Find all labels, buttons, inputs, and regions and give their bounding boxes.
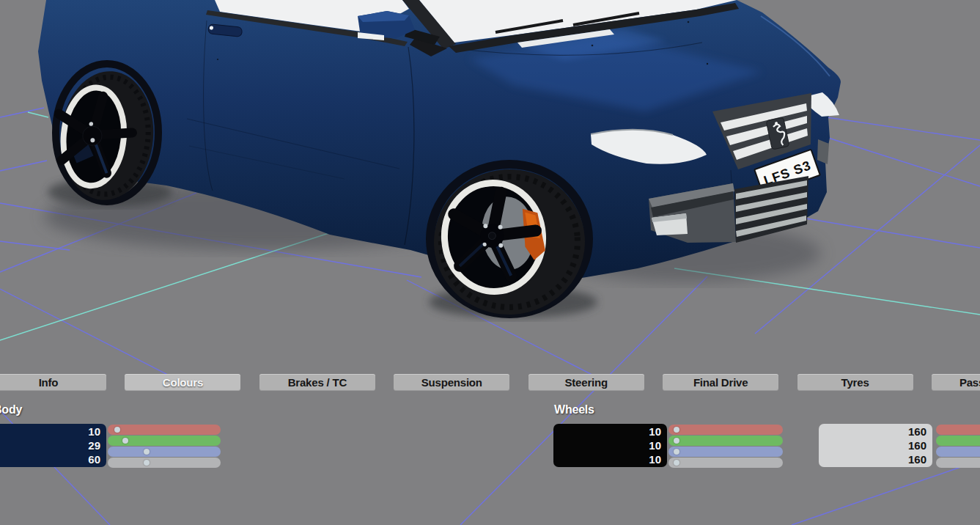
- red-slider[interactable]: [108, 425, 221, 435]
- green-slider[interactable]: [936, 436, 980, 446]
- tab-info[interactable]: Info: [0, 374, 106, 391]
- tab-steering[interactable]: Steering: [528, 374, 644, 391]
- green-slider[interactable]: [668, 436, 783, 446]
- swatch-value: 10: [649, 438, 661, 452]
- section-label-body: Body: [0, 403, 22, 416]
- brightness-slider-handle[interactable]: [674, 460, 679, 466]
- blue-slider[interactable]: [668, 447, 783, 457]
- tab-suspension[interactable]: Suspension: [394, 374, 509, 391]
- brightness-slider[interactable]: [668, 458, 783, 468]
- red-slider-handle[interactable]: [674, 427, 679, 433]
- green-slider[interactable]: [108, 436, 221, 446]
- brightness-slider[interactable]: [936, 458, 980, 468]
- blue-slider-handle[interactable]: [674, 449, 679, 455]
- colour-swatch-body[interactable]: 102960: [0, 424, 106, 467]
- rgb-sliders-wheels: [668, 425, 783, 469]
- colour-swatch-wheels[interactable]: 101010: [553, 424, 667, 467]
- red-slider[interactable]: [668, 425, 783, 435]
- tab-colours[interactable]: Colours: [125, 374, 240, 391]
- brightness-slider-handle[interactable]: [144, 460, 150, 466]
- tab-brakes-tc[interactable]: Brakes / TC: [259, 374, 375, 391]
- swatch-value: 29: [88, 438, 100, 452]
- swatch-value: 10: [88, 425, 100, 438]
- green-slider-handle[interactable]: [122, 438, 128, 444]
- blue-slider-handle[interactable]: [144, 449, 150, 455]
- red-slider[interactable]: [936, 425, 980, 435]
- swatch-value: 160: [908, 452, 926, 466]
- tab-tyres[interactable]: Tyres: [797, 374, 913, 391]
- swatch-value: 10: [649, 452, 661, 466]
- colour-swatch-extra[interactable]: 160160160: [819, 424, 932, 467]
- rgb-sliders-body: [108, 425, 221, 469]
- swatch-value: 160: [908, 438, 926, 452]
- garage-screen: LFS S3: [0, 0, 980, 525]
- swatch-values: 102960: [88, 425, 100, 466]
- green-slider-handle[interactable]: [674, 438, 679, 444]
- blue-slider[interactable]: [936, 447, 980, 457]
- swatch-values: 101010: [649, 425, 661, 466]
- tab-final-drive[interactable]: Final Drive: [663, 374, 778, 391]
- red-slider-handle[interactable]: [114, 427, 120, 433]
- swatch-value: 60: [88, 452, 100, 466]
- tab-passengers[interactable]: Passengers: [932, 374, 980, 391]
- blue-slider[interactable]: [108, 447, 221, 457]
- section-label-wheels: Wheels: [554, 403, 594, 416]
- swatch-value: 10: [649, 425, 661, 438]
- swatch-values: 160160160: [908, 425, 926, 466]
- rgb-sliders-extra: [936, 425, 980, 469]
- brightness-slider[interactable]: [108, 458, 221, 468]
- bumper-corner-trim: [817, 139, 829, 164]
- swatch-value: 160: [908, 425, 926, 438]
